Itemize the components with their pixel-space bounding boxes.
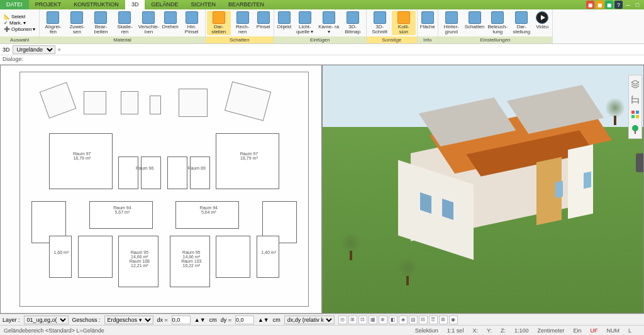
tool-icon-8[interactable]: ▤ [409,316,418,324]
app-icon-1[interactable]: ◼ [586,1,594,9]
tool-icon-4[interactable]: ▦ [369,316,377,324]
title-bar: DATEI PROJEKT KONSTRUKTION 3D GELÄNDE SI… [0,0,644,9]
minimize-icon[interactable]: ─ [624,1,632,9]
select-options[interactable]: 📐 Selekt ✓ Mark. ▾ ➕ Optionen ▾ [1,11,38,35]
tab-konstruktion[interactable]: KONSTRUKTION [67,0,125,9]
app-icon-3[interactable]: ◼ [605,1,613,9]
geschoss-label: Geschoss : [72,317,101,323]
ribbon-group-sonstige: 3D- Schnitt Kolli- sion Sonstige [367,9,418,43]
help-icon[interactable]: ? [614,1,623,9]
geschoss-select[interactable]: Erdgeschos ▾ [104,316,153,324]
panel-collapse-handle[interactable] [636,153,643,172]
tool-icon-10[interactable]: ☰ [429,316,438,324]
status-ratio: 1:100 [514,327,529,334]
svg-point-5 [632,125,638,131]
ribbon-group-einstellungen: Hinter- grund Schatten Beleuch- tung Dar… [438,9,553,43]
room-91a-label: 1,60 m² [52,250,70,255]
tree-tool-icon[interactable] [630,124,640,135]
btn-kamera[interactable]: Kame- ra ▾ [317,11,341,35]
titlebar-actions: ◼ ◼ ◼ ? ─ □ [586,1,644,9]
room-89-label: Raum 89 [187,166,206,170]
room-96-label: Raum 96 [135,166,154,170]
workspace: Raum 9718,79 m² Raum 96 Raum 89 Raum 971… [0,65,644,314]
tab-3d[interactable]: 3D [125,0,145,9]
app-icon-2[interactable]: ◼ [596,1,604,9]
btn-hintergrund[interactable]: Hinter- grund [440,11,464,35]
layer-label: Layer : [3,317,20,323]
btn-schatten[interactable]: Schatten [464,11,486,35]
status-unit: Zentimeter [537,327,564,334]
tool-icon-6[interactable]: ◧ [389,316,397,324]
dy-input[interactable] [235,316,254,324]
ribbon-group-einfuegen: Objekt Licht- quelle ▾ Kame- ra ▾ 3D- Bi… [274,9,367,43]
tool-icon-11[interactable]: ⊞ [439,316,448,324]
tool-icon-2[interactable]: ⊞ [348,316,357,324]
3d-viewport[interactable] [323,65,643,313]
mode-label: 3D [3,47,10,53]
ribbon-group-auswahl: 📐 Selekt ✓ Mark. ▾ ➕ Optionen ▾ Auswahl [0,9,40,43]
btn-lichtquelle[interactable]: Licht- quelle ▾ [293,11,317,35]
tool-icon-12[interactable]: ◉ [449,316,458,324]
tool-icon-9[interactable]: ⊟ [419,316,428,324]
btn-zuweisen[interactable]: Zuwei- sen [65,11,89,35]
group-label-auswahl: Auswahl [0,36,39,43]
tool-icon-7[interactable]: ◈ [399,316,408,324]
btn-flaeche[interactable]: Fläche [419,11,436,35]
btn-darstellung2[interactable]: Dar- stellung [509,11,533,35]
coord-mode-select[interactable]: dx,dy (relativ ka [284,316,335,324]
btn-drehen[interactable]: Drehen [160,11,179,35]
2d-viewport[interactable]: Raum 9718,79 m² Raum 96 Raum 89 Raum 971… [1,65,321,313]
tab-gelaende[interactable]: GELÄNDE [145,0,184,9]
btn-skalieren[interactable]: Skalie- ren [113,11,136,35]
status-y: Y: [487,327,492,334]
status-ein: Ein [573,327,581,334]
btn-objekt[interactable]: Objekt [275,11,293,35]
group-label-sonstige: Sonstige [367,36,417,43]
chair-icon[interactable] [630,94,640,104]
tab-bearbeiten[interactable]: BEARBEITEN [222,0,270,9]
building-3d [373,84,606,260]
layers-icon[interactable] [630,79,640,89]
btn-rechnen[interactable]: Rech- nen [231,11,255,35]
btn-verschieben[interactable]: Verschie- ben [136,11,160,35]
dialoge-bar: Dialoge: [0,55,644,65]
tree-icon [398,254,417,285]
svg-rect-0 [632,99,638,102]
sub-toolbar: 3D Urgelände ▾ [0,44,644,55]
btn-3dschnitt[interactable]: 3D- Schnitt [368,11,392,35]
btn-video[interactable]: Video [533,11,551,35]
main-tabs: DATEI PROJEKT KONSTRUKTION 3D GELÄNDE SI… [0,0,270,9]
tool-icon-3[interactable]: ⊡ [358,316,367,324]
tab-datei[interactable]: DATEI [0,0,29,9]
btn-beleuchtung[interactable]: Beleuch- tung [486,11,509,35]
view-mode-icons: ◎ ⊞ ⊡ ▦ ⊗ ◧ ◈ ▤ ⊟ ☰ ⊞ ◉ [338,316,458,324]
group-label-info: Info [418,36,438,43]
tool-icon-1[interactable]: ◎ [338,316,347,324]
ribbon: 📐 Selekt ✓ Mark. ▾ ➕ Optionen ▾ Auswahl … [0,9,644,44]
tab-sichten[interactable]: SICHTEN [184,0,222,9]
dy-label: dy = [221,317,231,323]
dx-input[interactable] [172,316,191,324]
btn-darstellen[interactable]: Dar- stellen [207,11,231,35]
btn-bearbeiten[interactable]: Bear- beiten [89,11,113,35]
btn-3dbitmap[interactable]: 3D- Bitmap [341,11,365,35]
status-uf: UF [590,327,597,334]
tab-projekt[interactable]: PROJEKT [29,0,68,9]
room-95b-label: Raum 9514,66 m²Raum 10310,22 m² [175,250,207,268]
btn-kollision[interactable]: Kolli- sion [392,11,416,35]
btn-pinsel[interactable]: Pinsel [255,11,272,35]
floorplan: Raum 9718,79 m² Raum 96 Raum 89 Raum 971… [19,72,309,307]
ribbon-group-info: Fläche Info [418,9,438,43]
layer-select[interactable]: 01_ug,eg,o( [24,316,69,324]
btn-abgreifen[interactable]: Abgrei- fen [41,11,65,35]
room-97b-label: Raum 9718,79 m² [233,151,265,160]
tool-icon-5[interactable]: ⊗ [379,316,387,324]
btn-hinpinsel[interactable]: Hin. Pinsel [180,11,204,35]
project-select[interactable]: Urgelände [13,45,55,54]
palette-icon[interactable] [630,109,640,119]
maximize-icon[interactable]: □ [633,1,641,9]
status-scale: 1:1 sel [447,327,464,334]
ribbon-group-material: Abgrei- fen Zuwei- sen Bear- beiten Skal… [40,9,205,43]
room-94b-label: Raum 945,64 m² [193,206,225,214]
room-94a-label: Raum 945,67 m² [106,206,138,214]
